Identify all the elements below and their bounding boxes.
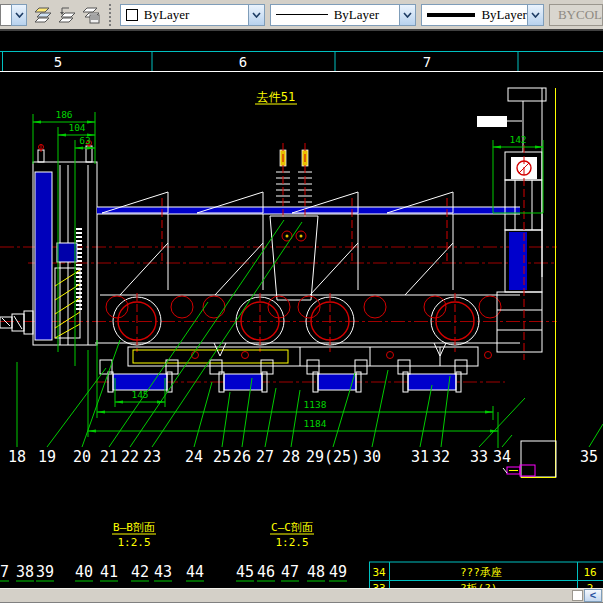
chevron-down-icon — [15, 12, 24, 18]
lineweight-control-combo[interactable]: ByLayer — [421, 4, 543, 26]
callout: 38 — [16, 563, 34, 581]
dim-text: 145 — [131, 389, 148, 400]
callout: 44 — [186, 563, 204, 581]
callout: 41 — [100, 563, 118, 581]
chevron-down-icon — [252, 12, 261, 18]
zone-label: 5 — [54, 54, 62, 70]
callout: 24 — [185, 448, 203, 466]
chevron-down-icon — [531, 12, 540, 18]
chevron-down-icon — [403, 12, 412, 18]
rollers — [100, 360, 467, 392]
linetype-control-combo[interactable]: ByLayer — [270, 4, 417, 26]
callout: 18 — [8, 448, 26, 466]
callout: 40 — [75, 563, 93, 581]
table-cell-name: ???承座 — [460, 566, 502, 579]
section-labels: B—B剖面 1:2.5 C—C剖面 1:2.5 — [112, 521, 314, 549]
dim-text: 1184 — [304, 418, 327, 429]
callout: 29(25) — [306, 448, 360, 466]
layer-previous-button[interactable] — [55, 3, 79, 27]
color-swatch — [126, 9, 138, 21]
zone-label: 6 — [239, 54, 247, 70]
scroll-left-arrow-icon: < — [590, 590, 596, 601]
color-combo-arrow[interactable] — [248, 5, 264, 25]
callout: 22 — [121, 448, 139, 466]
linetype-control-value: ByLayer — [334, 7, 379, 23]
layer-states-button[interactable] — [79, 3, 103, 27]
lineweight-control-value: ByLayer — [481, 7, 526, 23]
callout: 27 — [256, 448, 274, 466]
callouts-bottom: 37 38 39 40 41 42 43 44 45 46 47 48 49 — [0, 563, 347, 581]
callout: 46 — [257, 563, 275, 581]
zone-label: 7 — [423, 54, 431, 70]
dim-text: 142 — [509, 134, 526, 145]
callout: 26 — [233, 448, 251, 466]
color-control-combo[interactable]: ByLayer — [120, 4, 265, 26]
layer-combo-arrow[interactable] — [11, 4, 27, 26]
hub-flanges — [106, 293, 501, 359]
view-title: 去件51 — [255, 90, 297, 104]
drawing-canvas[interactable]: 5 6 7 去件51 — [0, 31, 603, 588]
section-scale: 1:2.5 — [275, 536, 308, 549]
layer-states-icon — [81, 6, 101, 24]
layer-toolbar-icons — [31, 3, 103, 27]
plot-style-control: BYCOL — [549, 4, 603, 26]
callout: 34 — [493, 448, 511, 466]
callout: 42 — [131, 563, 149, 581]
layer-properties-button[interactable] — [31, 3, 55, 27]
callout: 47 — [281, 563, 299, 581]
dim-text: 1138 — [304, 399, 327, 410]
scrollbar-thumb[interactable] — [572, 590, 583, 601]
section-scale: 1:2.5 — [117, 536, 150, 549]
callout: 23 — [143, 448, 161, 466]
callout: 37 — [0, 563, 9, 581]
zone-ruler: 5 6 7 — [0, 52, 603, 72]
properties-toolbar: ByLayer ByLayer ByLayer BYCOL — [0, 0, 603, 31]
callout: 21 — [100, 448, 118, 466]
table-cell-qty: 16 — [583, 566, 596, 579]
callout: 45 — [236, 563, 254, 581]
callout: 20 — [73, 448, 91, 466]
frame-bar — [128, 343, 478, 366]
callout: 30 — [363, 448, 381, 466]
spring-bolts — [270, 143, 318, 300]
lineweight-sample — [427, 13, 475, 17]
dim-text: 63 — [79, 135, 90, 146]
callout: 43 — [154, 563, 172, 581]
dim-text: 104 — [68, 122, 85, 133]
callout: 33 — [470, 448, 488, 466]
callout: 28 — [282, 448, 300, 466]
linetype-combo-arrow[interactable] — [399, 5, 415, 25]
callout: 39 — [36, 563, 54, 581]
assembly-geometry — [0, 88, 557, 478]
callout: 48 — [307, 563, 325, 581]
callout: 49 — [329, 563, 347, 581]
parts-table: 34 ???承座 16 33 ?板(?) 2 — [369, 562, 603, 588]
horizontal-scrollbar[interactable]: < — [0, 588, 603, 603]
toolbar-grip[interactable] — [109, 4, 114, 26]
color-control-value: ByLayer — [144, 7, 189, 23]
linetype-sample — [276, 14, 328, 15]
scroll-left-button[interactable]: < — [584, 589, 602, 602]
table-cell-no: 34 — [372, 566, 386, 579]
dimensions: 186 104 63 142 145 1138 1184 — [33, 109, 543, 448]
layer-properties-icon — [33, 6, 53, 24]
callout: 35 — [580, 448, 598, 466]
left-shaft-stub — [0, 311, 33, 334]
dim-text: 186 — [55, 109, 72, 120]
callout: 31 — [411, 448, 429, 466]
callout: 19 — [38, 448, 56, 466]
view-title-text: 去件51 — [257, 90, 295, 104]
callout: 32 — [432, 448, 450, 466]
lineweight-combo-arrow[interactable] — [527, 5, 543, 25]
section-title: C—C剖面 — [271, 521, 313, 534]
section-title: B—B剖面 — [113, 521, 155, 534]
callout: 25 — [213, 448, 231, 466]
plot-style-value: BYCOL — [558, 7, 602, 23]
layer-combo-field[interactable] — [0, 4, 11, 26]
layer-previous-icon — [57, 6, 77, 24]
